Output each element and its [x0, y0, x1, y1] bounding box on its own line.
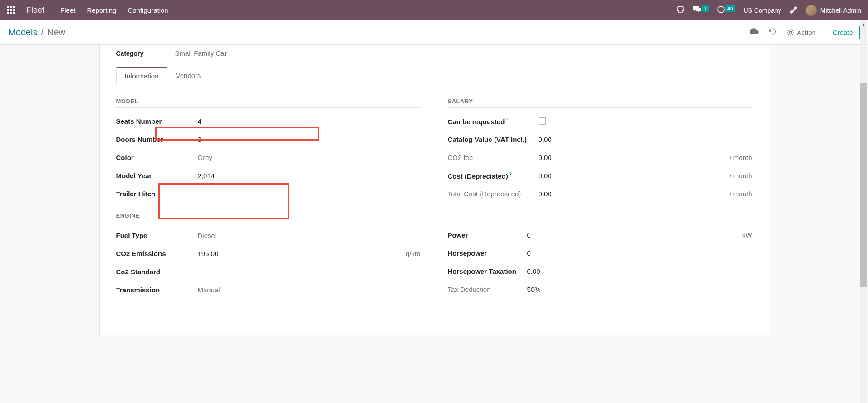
- total-value: 0.00: [539, 190, 730, 198]
- model-year-label: Model Year: [116, 172, 198, 180]
- color-value[interactable]: Grey: [198, 154, 421, 161]
- section-model: MODEL: [116, 98, 421, 108]
- form-sheet: Category Small Family Car Information Ve…: [99, 45, 769, 335]
- trailer-checkbox[interactable]: [198, 190, 205, 197]
- seats-value[interactable]: 4: [198, 117, 421, 125]
- tabs: Information Vendors: [116, 66, 752, 84]
- costdep-value[interactable]: 0.00: [539, 172, 730, 180]
- form-content: MODEL Seats Number4 Doors Number3 ColorG…: [116, 84, 752, 316]
- menu-reporting[interactable]: Reporting: [87, 6, 116, 14]
- color-label: Color: [116, 154, 198, 161]
- breadcrumb-root[interactable]: Models: [8, 27, 37, 38]
- controlbar: Models / New Action Create: [0, 20, 868, 45]
- model-year-value[interactable]: 2,014: [198, 172, 421, 180]
- topbar-menu: Fleet Reporting Configuration: [60, 6, 168, 14]
- scroll-up-icon[interactable]: ▲: [860, 20, 867, 29]
- action-button[interactable]: Action: [787, 29, 816, 36]
- breadcrumb-current: New: [47, 27, 65, 38]
- trans-label: Transmission: [116, 286, 198, 294]
- trans-value[interactable]: Manual: [198, 286, 421, 294]
- canreq-checkbox[interactable]: [539, 117, 546, 125]
- form-col-left: MODEL Seats Number4 Doors Number3 ColorG…: [116, 98, 421, 303]
- breadcrumb-sep: /: [41, 27, 44, 38]
- costdep-label: Cost (Depreciated)?: [448, 171, 539, 180]
- help-icon[interactable]: ?: [505, 117, 508, 122]
- taxded-value: 50%: [527, 286, 752, 293]
- scroll-thumb[interactable]: [860, 83, 867, 287]
- activities-badge: 40: [725, 5, 735, 12]
- co2fee-label: CO2 fee: [448, 154, 539, 161]
- avatar: [806, 5, 817, 16]
- tab-vendors[interactable]: Vendors: [167, 67, 210, 84]
- total-label: Total Cost (Depreciated): [448, 190, 539, 198]
- co2-value[interactable]: 195.00: [198, 250, 406, 257]
- canreq-label: Can be requested?: [448, 117, 530, 126]
- doors-label: Doors Number: [116, 136, 198, 143]
- create-button[interactable]: Create: [826, 26, 860, 39]
- category-row: Category Small Family Car: [116, 49, 752, 57]
- user-menu[interactable]: Mitchell Admin: [806, 5, 861, 16]
- menu-fleet[interactable]: Fleet: [60, 6, 75, 14]
- section-salary: SALARY: [448, 98, 752, 108]
- co2std-label: Co2 Standard: [116, 268, 198, 276]
- menu-configuration[interactable]: Configuration: [128, 6, 168, 14]
- taxded-label: Tax Deduction: [448, 286, 527, 293]
- co2-label: CO2 Emissions: [116, 250, 198, 257]
- hp-value[interactable]: 0: [527, 249, 752, 257]
- debug-icon[interactable]: [790, 5, 798, 15]
- messages-badge: 7: [702, 5, 709, 12]
- tray-icon[interactable]: [677, 6, 685, 15]
- doors-value[interactable]: 3: [198, 136, 421, 143]
- fuel-value[interactable]: Diesel: [198, 232, 421, 239]
- power-value[interactable]: 0: [527, 231, 742, 239]
- app-title: Fleet: [26, 5, 44, 15]
- topbar-left: Fleet Fleet Reporting Configuration: [7, 5, 168, 15]
- topbar-right: 7 40 US Company Mitchell Admin: [677, 5, 861, 16]
- help-icon[interactable]: ?: [509, 171, 512, 177]
- breadcrumb: Models / New: [8, 27, 65, 38]
- category-value[interactable]: Small Family Car: [175, 49, 227, 57]
- action-label: Action: [797, 29, 816, 36]
- co2-unit: g/km: [406, 250, 421, 257]
- company-switcher[interactable]: US Company: [743, 7, 781, 14]
- topbar: Fleet Fleet Reporting Configuration 7 40…: [0, 0, 868, 20]
- section-engine: ENGINE: [116, 212, 421, 222]
- seats-label: Seats Number: [116, 117, 198, 125]
- fuel-label: Fuel Type: [116, 232, 198, 239]
- activities-icon[interactable]: 40: [717, 6, 736, 15]
- trailer-label: Trailer Hitch: [116, 190, 198, 198]
- catalog-value[interactable]: 0.00: [539, 136, 752, 143]
- user-name: Mitchell Admin: [820, 7, 861, 14]
- hptax-value[interactable]: 0.00: [527, 267, 752, 275]
- controlbar-right: Action Create: [750, 26, 860, 39]
- scrollbar[interactable]: ▲: [860, 20, 867, 335]
- power-unit: kW: [742, 231, 752, 239]
- co2fee-value: 0.00: [539, 154, 730, 161]
- gear-icon: [787, 29, 794, 36]
- apps-icon[interactable]: [7, 6, 15, 15]
- co2fee-unit: / month: [729, 154, 752, 161]
- costdep-unit: / month: [729, 172, 752, 180]
- total-unit: / month: [729, 190, 752, 198]
- cloud-upload-icon[interactable]: [750, 28, 759, 37]
- category-label: Category: [116, 50, 175, 57]
- tab-information[interactable]: Information: [116, 67, 167, 84]
- hptax-label: Horsepower Taxation: [448, 267, 527, 275]
- power-label: Power: [448, 231, 527, 239]
- form-col-right: SALARY Can be requested? Catalog Value (…: [448, 98, 752, 303]
- hp-label: Horsepower: [448, 249, 527, 257]
- discard-icon[interactable]: [769, 28, 777, 38]
- catalog-label: Catalog Value (VAT Incl.): [448, 136, 539, 143]
- messages-icon[interactable]: 7: [693, 6, 709, 15]
